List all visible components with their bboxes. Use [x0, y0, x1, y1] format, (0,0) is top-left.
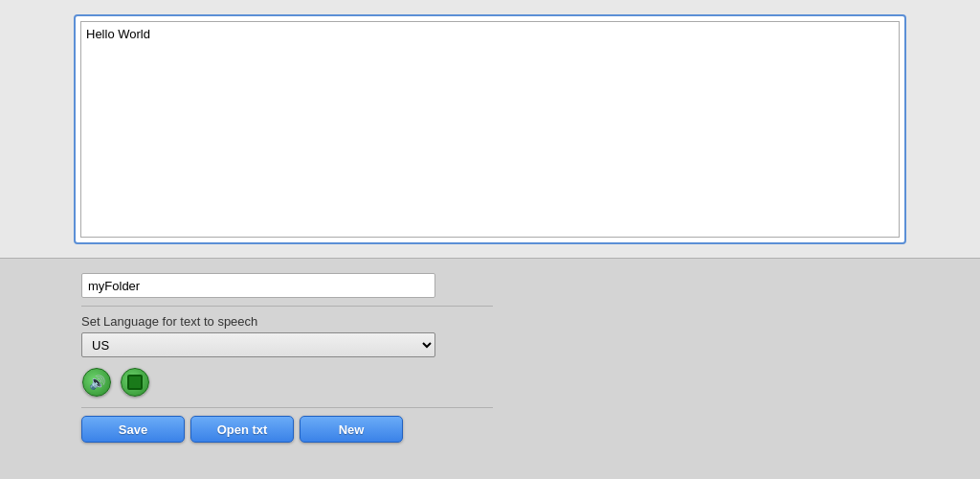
speaker-icon — [82, 368, 111, 397]
icon-row — [81, 367, 899, 398]
textarea-wrapper: Hello World — [74, 14, 906, 244]
folder-input[interactable] — [81, 273, 435, 298]
divider-1 — [81, 306, 493, 307]
stop-icon — [121, 368, 149, 397]
action-buttons: Save Open txt New — [81, 416, 899, 443]
stop-button[interactable] — [120, 367, 150, 398]
new-button[interactable]: New — [300, 416, 403, 443]
save-button[interactable]: Save — [81, 416, 185, 443]
language-label: Set Language for text to speech — [81, 314, 899, 329]
main-textarea[interactable]: Hello World — [80, 21, 900, 238]
language-select[interactable]: US UK FR DE ES — [81, 332, 435, 357]
bottom-panel: Set Language for text to speech US UK FR… — [0, 259, 980, 457]
speaker-button[interactable] — [81, 367, 112, 398]
top-panel: Hello World — [0, 0, 980, 259]
open-txt-button[interactable]: Open txt — [190, 416, 294, 443]
divider-2 — [81, 407, 493, 408]
